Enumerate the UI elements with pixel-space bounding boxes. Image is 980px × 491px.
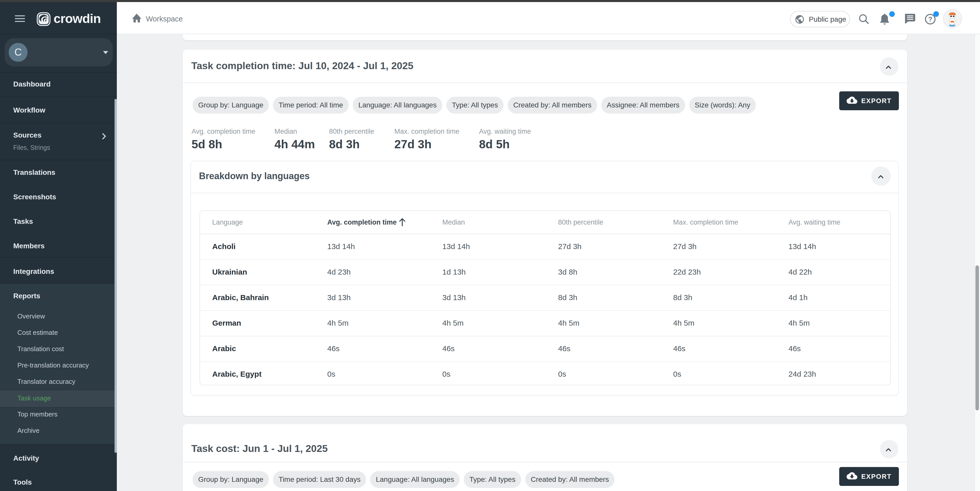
svg-text:?: ? xyxy=(928,15,932,23)
